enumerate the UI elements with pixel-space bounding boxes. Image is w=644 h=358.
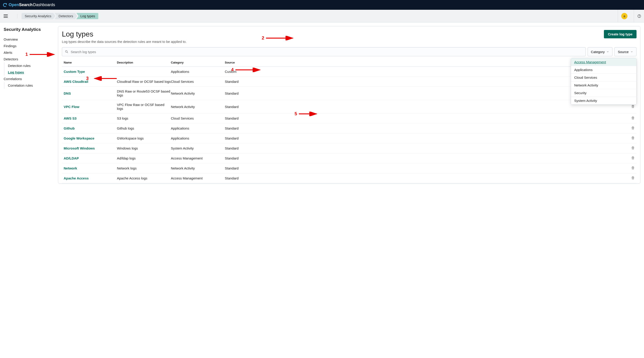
log-type-name-link[interactable]: Network [64,166,117,170]
th-source[interactable]: Source [225,61,626,64]
th-description[interactable]: Description [117,61,171,64]
log-type-description: Network logs [117,166,171,170]
menu-toggle-icon[interactable] [3,13,8,19]
search-icon [65,50,68,54]
log-type-description: VPC Flow Raw or OCSF based logs [117,103,171,110]
category-option-system-activity[interactable]: System Activity [571,97,636,104]
svg-point-3 [66,51,67,52]
log-type-category: Applications [171,126,225,130]
sidebar-item-correlations[interactable]: Correlations [4,76,54,82]
log-type-name-link[interactable]: AWS Cloudtrail [64,80,117,83]
home-button[interactable] [11,14,18,18]
breadcrumb-detectors[interactable]: Detectors [54,13,77,19]
delete-icon[interactable] [631,176,635,180]
log-type-description: S3 logs [117,116,171,120]
log-type-source: Standard [225,91,626,95]
log-type-name-link[interactable]: AWS S3 [64,116,117,120]
table-row: DNSDNS Raw or Route53 OCSF based logsNet… [62,87,636,100]
log-type-description: Cloudtrail Raw or OCSF based logs [117,80,171,83]
log-type-category: Access Management [171,156,225,160]
category-filter-button[interactable]: Category [588,47,613,56]
sidebar: Security Analytics OverviewFindingsAlert… [0,23,54,187]
log-type-source: Standard [225,80,626,83]
log-type-name-link[interactable]: Microsoft Windows [64,146,117,150]
sidebar-title: Security Analytics [4,27,54,32]
log-type-name-link[interactable]: AD/LDAP [64,156,117,160]
delete-icon[interactable] [631,117,635,120]
log-type-category: Cloud Services [171,80,225,83]
th-category[interactable]: Category [171,61,225,64]
breadcrumb-log-types[interactable]: Log types [76,13,98,19]
brand-logo[interactable]: OpenSearchDashboards [3,3,55,7]
search-input-wrap[interactable] [62,47,586,56]
delete-icon[interactable] [631,137,635,140]
table-row: AD/LDAPAd/ldap logsAccess ManagementStan… [62,153,636,163]
log-type-source: Standard [225,166,626,170]
log-type-category: Network Activity [171,91,225,95]
log-type-description: GWorkspace logs [117,136,171,140]
table-row: VPC FlowVPC Flow Raw or OCSF based logsN… [62,100,636,113]
help-icon[interactable] [637,14,641,18]
sidebar-item-overview[interactable]: Overview [4,36,54,43]
log-type-description: Apache Access logs [117,176,171,180]
search-input[interactable] [68,50,583,54]
breadcrumb-security-analytics[interactable]: Security Analytics [22,13,56,19]
log-type-source: Custom [225,70,626,74]
sidebar-item-detectors[interactable]: Detectors [4,56,54,62]
log-type-description: Windows logs [117,146,171,150]
sidebar-item-correlation-rules[interactable]: Correlation rules [8,82,54,89]
delete-icon[interactable] [631,166,635,170]
category-filter-label: Category [591,50,605,54]
log-type-name-link[interactable]: Custom Type [64,70,117,74]
table-row: Google WorkspaceGWorkspace logsApplicati… [62,133,636,143]
delete-icon[interactable] [631,146,635,150]
category-option-network-activity[interactable]: Network Activity [571,81,636,89]
log-type-name-link[interactable]: Apache Access [64,176,117,180]
log-type-name-link[interactable]: DNS [64,91,117,95]
category-option-security[interactable]: Security [571,89,636,97]
log-type-source: Standard [225,146,626,150]
category-dropdown: Access ManagementApplicationsCloud Servi… [571,58,636,105]
log-type-source: Standard [225,105,626,109]
table-row: Microsoft WindowsWindows logsSystem Acti… [62,143,636,153]
log-type-category: Network Activity [171,105,225,109]
log-type-description: DNS Raw or Route53 OCSF based logs [117,89,171,97]
brand-search: Search [19,3,33,7]
delete-icon[interactable] [631,156,635,160]
user-avatar[interactable]: a [621,13,628,19]
table-row: AWS S3S3 logsCloud ServicesStandard [62,113,636,123]
breadcrumb: Security AnalyticsDetectorsLog types [22,13,98,19]
sidebar-item-detection-rules[interactable]: Detection rules [8,62,54,69]
create-log-type-button[interactable]: Create log type [604,30,636,38]
svg-point-0 [6,3,7,4]
log-type-category: Access Management [171,176,225,180]
sidebar-item-findings[interactable]: Findings [4,43,54,49]
delete-icon[interactable] [631,127,635,130]
log-type-name-link[interactable]: Github [64,126,117,130]
th-name[interactable]: Name [64,61,117,64]
delete-icon[interactable] [631,105,635,109]
category-option-applications[interactable]: Applications [571,66,636,74]
table-header: Name Description Category Source [62,58,636,67]
log-type-name-link[interactable]: Google Workspace [64,136,117,140]
avatar-letter: a [624,14,626,18]
page-title: Log types [62,30,186,38]
table-row: Apache AccessApache Access logsAccess Ma… [62,173,636,183]
page-subtitle: Log types describe the data sources the … [62,40,186,44]
log-type-name-link[interactable]: VPC Flow [64,105,117,109]
log-type-description: Ad/ldap logs [117,156,171,160]
brand-text: OpenSearchDashboards [8,3,55,7]
log-type-category: Applications [171,70,225,74]
log-type-source: Standard [225,176,626,180]
log-type-category: Network Activity [171,166,225,170]
category-option-cloud-services[interactable]: Cloud Services [571,74,636,81]
sidebar-item-log-types[interactable]: Log types [8,69,54,76]
log-type-category: Applications [171,136,225,140]
log-types-panel: Log types Log types describe the data so… [58,26,640,184]
svg-point-2 [639,17,639,17]
source-filter-button[interactable]: Source [614,47,636,56]
category-option-access-management[interactable]: Access Management [571,58,636,66]
brand-open: Open [8,3,19,7]
source-filter-label: Source [618,50,628,54]
sidebar-item-alerts[interactable]: Alerts [4,49,54,56]
